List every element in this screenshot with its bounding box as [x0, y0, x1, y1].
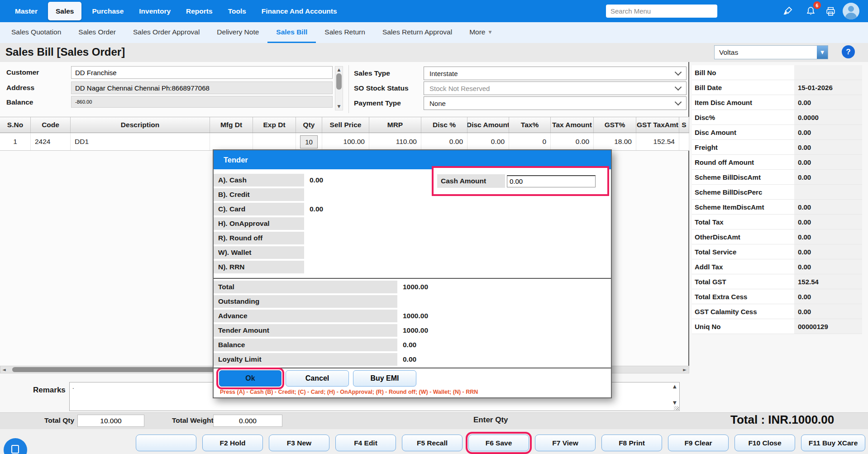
topnav-item-reports[interactable]: Reports	[178, 0, 220, 22]
payment-type-value: None	[429, 100, 446, 107]
subnav-item-sales-quotation[interactable]: Sales Quotation	[3, 22, 70, 43]
qty-input[interactable]: 10	[300, 135, 318, 148]
bill-summary-label: Total Extra Cess	[692, 289, 794, 304]
payment-type-select[interactable]: None	[424, 96, 687, 110]
scroll-down-icon[interactable]: ▼	[335, 105, 343, 109]
fn-button-f11-buy-xcare[interactable]: F11 Buy XCare	[801, 435, 865, 451]
column-header-s: S	[679, 117, 689, 133]
remarks-scroll-down-icon[interactable]: ▼	[673, 400, 677, 405]
fn-button-f10-close[interactable]: F10 Close	[734, 435, 795, 451]
buy-emi-button[interactable]: Buy EMI	[353, 370, 416, 387]
topnav-item-inventory[interactable]: Inventory	[131, 0, 178, 22]
search-input[interactable]	[606, 5, 717, 18]
fn-button-f8-print[interactable]: F8 Print	[601, 435, 662, 451]
brand-select-value: Voltas	[715, 48, 817, 57]
fn-button-blank[interactable]	[136, 435, 196, 451]
bill-summary-label: Scheme BillDiscAmt	[692, 170, 794, 184]
sales-type-select[interactable]: Interstate	[424, 67, 687, 80]
scroll-left-icon[interactable]: ◄	[2, 367, 6, 372]
chevron-down-icon	[675, 99, 682, 106]
row-cell-qty[interactable]: 10	[296, 133, 322, 150]
tender-summary-label: Outstanding	[214, 295, 397, 308]
fn-button-f6-save[interactable]: F6 Save	[468, 435, 529, 451]
fn-button-f9-clear[interactable]: F9 Clear	[668, 435, 729, 451]
column-header-s-no: S.No	[0, 117, 31, 133]
cash-amount-input[interactable]	[507, 175, 596, 187]
total-qty-field[interactable]	[77, 415, 144, 427]
fn-button-f5-recall[interactable]: F5 Recall	[402, 435, 463, 451]
bill-summary-value: 0.00	[794, 289, 862, 304]
tender-payment-row-h-onapproval: H). OnApproval	[214, 217, 611, 230]
row-cell-tax: 0	[509, 133, 551, 150]
tender-keys-hint: Press (A) - Cash (B) - Credit; (C) - Car…	[220, 389, 478, 395]
bill-summary-value: 00000129	[794, 319, 862, 334]
help-icon[interactable]: ?	[842, 45, 855, 58]
bill-summary-row-freight: Freight0.00	[692, 140, 862, 155]
balance-field[interactable]	[71, 96, 333, 108]
tender-payment-label[interactable]: A). Cash	[214, 174, 304, 186]
subnav-item-more[interactable]: More▼	[461, 22, 500, 43]
so-stock-status-select[interactable]: Stock Not Reserved	[424, 81, 687, 95]
topnav-item-tools[interactable]: Tools	[220, 0, 254, 22]
subnav-item-sales-order-approval[interactable]: Sales Order Approval	[124, 22, 208, 43]
tender-payment-label[interactable]: W). Wallet	[214, 246, 304, 259]
tender-summary-rows: Total1000.00OutstandingAdvance1000.00Ten…	[214, 281, 611, 368]
topnav-item-sales[interactable]: Sales	[48, 2, 82, 20]
paintbrush-icon[interactable]	[782, 5, 794, 17]
column-header-tax: Tax%	[509, 117, 551, 133]
items-table-row[interactable]: 12424DD110100.00110.000.000.0000.0018.00…	[0, 133, 689, 151]
row-cell-code: 2424	[31, 133, 71, 150]
remarks-resize-handle[interactable]	[674, 406, 679, 410]
bill-summary-row-round-off-amount: Round off Amount0.00	[692, 155, 862, 170]
cancel-button[interactable]: Cancel	[286, 370, 349, 387]
scroll-thumb[interactable]	[336, 73, 342, 90]
customer-scrollbar[interactable]: ▲ ▼	[335, 66, 343, 110]
bill-summary-value: 0.00	[794, 155, 862, 169]
tender-summary-label: Tender Amount	[214, 324, 397, 337]
address-field[interactable]	[71, 81, 333, 94]
bill-summary-label: GST Calamity Cess	[692, 304, 794, 319]
remarks-scroll-up-icon[interactable]: ▲	[673, 384, 677, 389]
row-cell-mrp: 110.00	[369, 133, 421, 150]
subnav-item-sales-return-approval[interactable]: Sales Return Approval	[374, 22, 461, 43]
column-header-mrp: MRP	[369, 117, 421, 133]
subnav-item-sales-return[interactable]: Sales Return	[316, 22, 374, 43]
total-weight-field[interactable]	[213, 415, 282, 427]
bill-summary-label: Item Disc Amount	[692, 95, 794, 110]
user-avatar[interactable]	[843, 3, 859, 19]
topnav-item-finance-and-accounts[interactable]: Finance And Accounts	[254, 0, 345, 22]
tender-buttons: Ok Cancel Buy EMI	[219, 370, 416, 387]
fn-button-f4-edit[interactable]: F4 Edit	[335, 435, 396, 451]
bill-summary-row-scheme-itemdiscamt: Scheme ItemDiscAmt0.00	[692, 200, 862, 215]
brand-select[interactable]: Voltas ▼	[714, 45, 828, 59]
fn-button-f2-hold[interactable]: F2 Hold	[202, 435, 263, 451]
tender-summary-row-outstanding: Outstanding	[214, 295, 611, 308]
subnav-item-sales-order[interactable]: Sales Order	[70, 22, 124, 43]
bill-summary-label: Disc Amount	[692, 125, 794, 139]
topnav-item-purchase[interactable]: Purchase	[84, 0, 131, 22]
sales-type-label: Sales Type	[354, 69, 390, 77]
bill-summary-row-total-tax: Total Tax0.00	[692, 215, 862, 229]
bill-summary-row-disc: Disc%0.0000	[692, 110, 862, 125]
tender-payment-label[interactable]: N). RRN	[214, 261, 304, 273]
tender-payment-label[interactable]: R). Round off	[214, 232, 304, 244]
subnav-item-sales-bill[interactable]: Sales Bill	[267, 22, 316, 43]
scroll-right-icon[interactable]: ►	[683, 367, 687, 372]
tender-payment-label[interactable]: B). Credit	[214, 188, 304, 201]
bill-summary-label: OtherDiscAmt	[692, 229, 794, 244]
bill-summary-label: Scheme ItemDiscAmt	[692, 200, 794, 214]
printer-icon[interactable]	[825, 5, 836, 17]
topnav-item-master[interactable]: Master	[7, 0, 45, 22]
tender-payment-value: 0.00	[310, 203, 323, 215]
brand-select-arrow-icon[interactable]: ▼	[817, 46, 828, 59]
fn-button-f3-new[interactable]: F3 New	[269, 435, 329, 451]
chevron-down-icon	[675, 69, 682, 76]
fn-button-f7-view[interactable]: F7 View	[535, 435, 596, 451]
tender-payment-label[interactable]: H). OnApproval	[214, 217, 304, 230]
ok-button[interactable]: Ok	[219, 370, 281, 387]
scroll-up-icon[interactable]: ▲	[335, 68, 343, 72]
customer-field[interactable]	[71, 66, 333, 79]
tender-payment-label[interactable]: C). Card	[214, 203, 304, 215]
bill-summary-value: 0.00	[794, 170, 862, 184]
subnav-item-delivery-note[interactable]: Delivery Note	[208, 22, 267, 43]
